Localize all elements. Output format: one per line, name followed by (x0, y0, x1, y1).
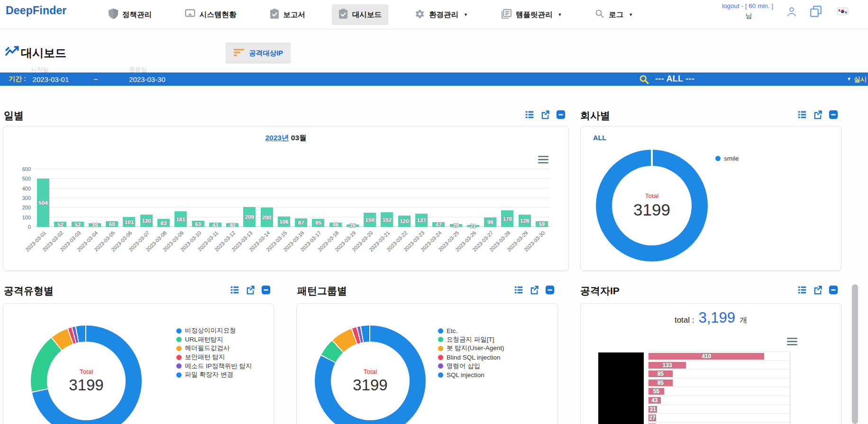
external-link-icon[interactable] (540, 109, 550, 120)
nav-item-log[interactable]: 로그 ▼ (588, 5, 640, 25)
daily-bar: 120 (398, 216, 411, 227)
bar-value-label: 29 (453, 223, 459, 228)
nav-label: 보고서 (283, 10, 306, 20)
ip-bar-row: 27 (649, 414, 790, 423)
ip-bar-row: 410 (649, 352, 790, 361)
daily-bar: 101 (123, 217, 135, 227)
legend-item[interactable]: 명령어 삽입 (438, 361, 504, 370)
search-icon-yellow[interactable] (639, 74, 649, 86)
daily-bar: 161 (174, 211, 187, 227)
attacker-ip-total: total : 3,199 개 (581, 309, 841, 326)
external-link-icon[interactable] (529, 285, 539, 295)
daily-bar: 39 (89, 223, 101, 227)
gridline (35, 198, 550, 198)
windows-copy-icon[interactable] (809, 5, 822, 20)
chart-menu-icon[interactable] (538, 156, 548, 165)
total-label: Total (645, 192, 659, 199)
y-axis-tick: 0 (13, 224, 31, 230)
legend-label: 메소드 IP정책위반 탐지 (185, 362, 252, 370)
attack-target-ip-label: 공격대상IP (249, 49, 283, 58)
ip-bar-row: 85 (649, 370, 790, 379)
daily-bar: 40 (226, 223, 238, 227)
year-link[interactable]: 2023년 (265, 134, 289, 142)
nav-item-report[interactable]: 보고서 (263, 4, 312, 25)
daily-bar: 47 (432, 222, 445, 227)
legend-item[interactable]: 파일 확장자 변경 (176, 370, 252, 379)
legend-item[interactable]: URL패턴탐지 (176, 335, 252, 344)
gridline (35, 207, 550, 207)
page-scrollbar[interactable] (852, 284, 858, 424)
legend-dot-icon (438, 355, 443, 360)
legend-dot-icon (438, 372, 443, 378)
nav-item-system-status[interactable]: 시스템현황 (178, 5, 243, 25)
legend-item[interactable]: 보안패턴 탐지 (176, 353, 252, 362)
company-select[interactable]: --- ALL --- (655, 74, 694, 84)
y-axis-tick: 100 (13, 215, 31, 220)
daily-bar: 152 (381, 212, 393, 227)
daily-bar: 60 (106, 221, 118, 227)
start-date-field[interactable]: 2023-03-01 (33, 75, 69, 83)
company-donut: Total 3199 (596, 150, 708, 262)
legend-item[interactable]: 메소드 IP정책위반 탐지 (176, 361, 252, 370)
total-prefix: total : (675, 316, 694, 325)
daily-bar: 87 (295, 218, 307, 227)
legend-label: 명령어 삽입 (447, 362, 480, 370)
logout-link[interactable]: logout - [ 60 min. ] (722, 2, 773, 9)
nav-label: 시스템현황 (200, 10, 237, 20)
chart-menu-icon[interactable] (787, 338, 797, 347)
legend-item[interactable]: 봇 탐지(User-Agent) (438, 344, 504, 353)
page-title-row: 대시보드 공격대상IP (0, 43, 868, 66)
legend-item[interactable]: SQL injection (438, 370, 504, 379)
ip-bar-row: 85 (649, 379, 790, 388)
legend-dot-icon (176, 372, 182, 378)
monitor-icon (185, 9, 195, 20)
legend-item[interactable]: 비정상이미지요청 (176, 326, 252, 335)
daily-bar: 26 (347, 225, 359, 227)
legend-dot-icon (176, 337, 182, 342)
minus-icon[interactable] (545, 285, 555, 295)
company-chart-card: ALL smile Total 3199 (580, 126, 841, 271)
minus-icon[interactable] (828, 285, 839, 295)
legend-item[interactable]: Etc. (438, 326, 504, 335)
list-icon[interactable] (797, 285, 807, 295)
korean-flag-icon[interactable] (837, 8, 848, 17)
list-icon[interactable] (797, 109, 807, 120)
nav-item-dashboard[interactable]: 대시보드 (332, 4, 388, 25)
end-date-field[interactable]: 2023-03-30 (129, 75, 165, 83)
legend-item[interactable]: Blind SQL injection (438, 353, 504, 362)
ip-bar-value: 410 (702, 353, 711, 360)
legend-item[interactable]: smile (715, 154, 739, 163)
nav-item-template[interactable]: 템플릿관리 ▼ (494, 5, 568, 25)
attack-type-legend: 비정상이미지요청URL패턴탐지헤더필드값검사보안패턴 탐지메소드 IP정책위반 … (176, 326, 252, 379)
minus-icon[interactable] (828, 109, 839, 120)
user-profile-icon[interactable] (786, 6, 798, 20)
legend-item[interactable]: 헤더필드값검사 (176, 344, 252, 353)
gear-icon (415, 9, 425, 21)
legend-dot-icon (715, 156, 721, 161)
bar-value-label: 87 (298, 220, 304, 226)
list-icon[interactable] (229, 285, 240, 295)
minus-icon[interactable] (261, 285, 271, 295)
realtime-label[interactable]: 실시 (854, 75, 867, 84)
user-name-suffix: 님 (746, 12, 752, 20)
deepfinder-logo[interactable]: DeepFinder (6, 4, 67, 17)
external-link-icon[interactable] (813, 109, 823, 120)
list-icon[interactable] (524, 109, 535, 120)
daily-panel-actions (524, 109, 566, 120)
minus-icon[interactable] (556, 109, 566, 120)
nav-item-environment[interactable]: 환경관리 ▼ (408, 5, 475, 25)
legend-item[interactable]: 요청금지 파일[T] (438, 335, 504, 344)
external-link-icon[interactable] (813, 285, 823, 295)
bar-value-label: 59 (539, 221, 545, 227)
legend-label: SQL injection (447, 371, 484, 379)
bar-value-label: 21 (470, 223, 476, 229)
bar-value-label: 130 (142, 218, 151, 224)
legend-label: Blind SQL injection (447, 354, 501, 361)
ip-bar-value: 55 (653, 388, 659, 395)
chevron-down-icon[interactable]: ▼ (847, 76, 851, 81)
nav-item-policy[interactable]: 정책관리 (102, 4, 158, 25)
external-link-icon[interactable] (245, 285, 256, 295)
x-axis-tick: 2023-03-19 (325, 230, 356, 261)
list-icon[interactable] (513, 285, 524, 295)
attack-target-ip-button[interactable]: 공격대상IP (226, 43, 291, 63)
